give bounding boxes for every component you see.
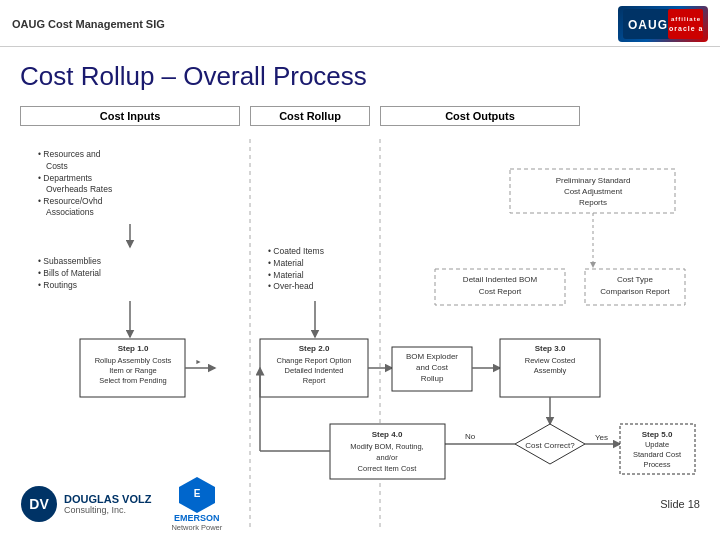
page-title: Cost Rollup – Overall Process	[20, 61, 700, 92]
svg-text:Yes: Yes	[595, 433, 608, 442]
svg-text:Step 2.0: Step 2.0	[299, 344, 330, 353]
svg-text:Cost Adjustment: Cost Adjustment	[564, 187, 623, 196]
svg-text:Detailed Indented: Detailed Indented	[285, 366, 344, 375]
svg-text:and/or: and/or	[376, 453, 398, 462]
svg-text:Item or Range: Item or Range	[109, 366, 157, 375]
dv-logo: DV DOUGLAS VOLZ Consulting, Inc.	[20, 485, 151, 523]
svg-text:BOM Exploder: BOM Exploder	[406, 352, 458, 361]
svg-text:• Subassemblies
      • Bills : • Subassemblies • Bills of Material • Ro…	[38, 256, 103, 290]
svg-text:Cost Report: Cost Report	[479, 287, 522, 296]
slide-number: Slide 18	[660, 498, 700, 510]
header: OAUG Cost Management SIG OAUG affiliate …	[0, 0, 720, 47]
svg-text:No: No	[465, 432, 476, 441]
svg-text:• Resources and
      Costs
  : • Resources and Costs • Departments Over…	[38, 149, 115, 217]
svg-text:Assembly: Assembly	[534, 366, 567, 375]
svg-text:Reports: Reports	[579, 198, 607, 207]
svg-text:Step 4.0: Step 4.0	[372, 430, 403, 439]
logo-area: OAUG affiliate of oracle apps	[618, 6, 708, 42]
svg-text:Rollup Assembly Costs: Rollup Assembly Costs	[95, 356, 172, 365]
footer: DV DOUGLAS VOLZ Consulting, Inc. E EMERS…	[0, 475, 720, 532]
cost-rollup-label: Cost Rollup	[250, 106, 370, 126]
oaug-logo: OAUG affiliate of oracle apps	[618, 6, 708, 42]
svg-text:• Coated Items
      • Materia: • Coated Items • Material • Material • O…	[268, 246, 326, 291]
cost-outputs-label: Cost Outputs	[380, 106, 580, 126]
svg-text:Review Costed: Review Costed	[525, 356, 575, 365]
svg-text:Modify BOM, Routing,: Modify BOM, Routing,	[350, 442, 423, 451]
svg-text:Correct Item Cost: Correct Item Cost	[358, 464, 418, 473]
svg-text:Cost Type: Cost Type	[617, 275, 653, 284]
dv-text: DOUGLAS VOLZ Consulting, Inc.	[64, 493, 151, 515]
svg-text:Report: Report	[303, 376, 326, 385]
svg-text:Preliminary Standard: Preliminary Standard	[556, 176, 631, 185]
emerson-text: EMERSON	[174, 513, 220, 523]
svg-text:Update: Update	[645, 440, 669, 449]
svg-text:Cost Correct?: Cost Correct?	[525, 441, 575, 450]
svg-text:Step 3.0: Step 3.0	[535, 344, 566, 353]
column-labels: Cost Inputs Cost Rollup Cost Outputs	[20, 106, 700, 126]
dv-company-sub: Consulting, Inc.	[64, 505, 151, 515]
emerson-logo: E EMERSON Network Power	[171, 475, 222, 532]
cost-inputs-label: Cost Inputs	[20, 106, 240, 126]
svg-text:Rollup: Rollup	[421, 374, 444, 383]
process-diagram: • Resources and Costs • Departments Over…	[20, 134, 700, 534]
svg-text:Select from Pending: Select from Pending	[99, 376, 167, 385]
footer-logos: DV DOUGLAS VOLZ Consulting, Inc. E EMERS…	[20, 475, 222, 532]
svg-text:Comparison Report: Comparison Report	[600, 287, 670, 296]
svg-text:and Cost: and Cost	[416, 363, 449, 372]
dv-company-name: DOUGLAS VOLZ	[64, 493, 151, 505]
svg-text:Step 1.0: Step 1.0	[118, 344, 149, 353]
svg-text:affiliate of: affiliate of	[671, 16, 703, 22]
header-title: OAUG Cost Management SIG	[12, 18, 165, 30]
svg-text:Process: Process	[643, 460, 670, 469]
svg-text:Change Report Option: Change Report Option	[276, 356, 351, 365]
svg-text:DV: DV	[29, 496, 49, 512]
svg-text:oracle apps: oracle apps	[669, 25, 703, 33]
svg-text:►: ►	[195, 358, 202, 365]
svg-text:Detail Indented BOM: Detail Indented BOM	[463, 275, 538, 284]
svg-text:Standard Cost: Standard Cost	[633, 450, 682, 459]
svg-rect-2	[668, 9, 703, 39]
svg-text:Step 5.0: Step 5.0	[642, 430, 673, 439]
svg-text:OAUG: OAUG	[628, 18, 668, 32]
main-content: Cost Rollup – Overall Process Cost Input…	[0, 47, 720, 540]
svg-text:E: E	[193, 488, 200, 499]
emerson-sub: Network Power	[171, 523, 222, 532]
